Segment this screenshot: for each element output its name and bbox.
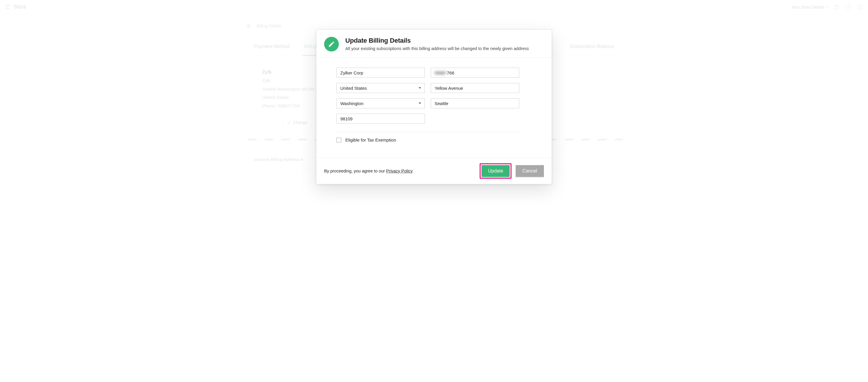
edit-icon	[324, 37, 339, 51]
tax-exemption-label: Eligible for Tax Exemption	[345, 137, 396, 142]
street-value: Yellow Avenue	[435, 85, 463, 91]
street-field[interactable]: Yellow Avenue	[431, 83, 519, 93]
highlight-ring: Update	[480, 163, 512, 179]
country-value: United States	[340, 85, 367, 91]
phone-field[interactable]: 99887766	[431, 68, 519, 78]
cancel-button[interactable]: Cancel	[516, 165, 544, 177]
company-field[interactable]: Zylker Corp	[337, 68, 425, 78]
privacy-policy-link[interactable]: Privacy Policy	[386, 169, 412, 173]
phone-visible: 766	[447, 70, 454, 75]
tax-exemption-checkbox[interactable]	[337, 138, 341, 142]
city-value: Seattle	[435, 101, 448, 106]
modal-subtitle: All your existing subscriptions with thi…	[345, 46, 529, 51]
zip-field[interactable]: 98109	[337, 114, 425, 124]
update-button[interactable]: Update	[482, 165, 510, 177]
update-billing-modal: Update Billing Details All your existing…	[316, 29, 552, 184]
modal-header: Update Billing Details All your existing…	[316, 30, 552, 58]
country-select[interactable]: United States	[337, 83, 425, 93]
modal-body: Zylker Corp 99887766 United States Yello…	[316, 58, 552, 158]
zip-value: 98109	[340, 116, 353, 121]
modal-title: Update Billing Details	[345, 37, 529, 44]
tax-exemption-row[interactable]: Eligible for Tax Exemption	[337, 137, 541, 155]
state-select[interactable]: Washington	[337, 98, 425, 108]
legal-prefix: By proceeding, you agree to our	[324, 169, 386, 173]
state-value: Washington	[340, 101, 364, 106]
phone-hidden: 99887	[435, 70, 447, 75]
company-value: Zylker Corp	[340, 70, 363, 75]
legal-text: By proceeding, you agree to our Privacy …	[324, 169, 413, 173]
divider	[337, 132, 519, 132]
city-field[interactable]: Seattle	[431, 98, 519, 108]
modal-overlay: Update Billing Details All your existing…	[0, 0, 868, 382]
modal-footer: By proceeding, you agree to our Privacy …	[316, 158, 552, 184]
